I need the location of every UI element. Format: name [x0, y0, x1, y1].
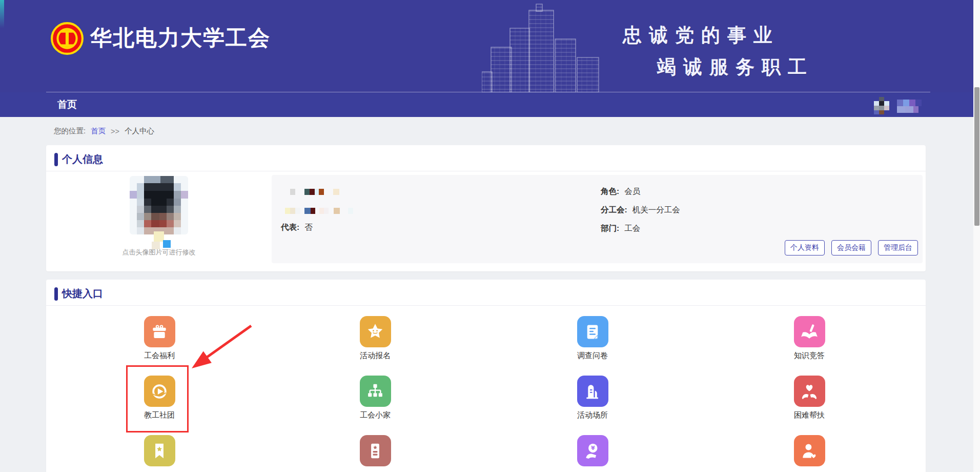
- branch-field: 分工会:机关一分工会: [601, 205, 680, 215]
- svg-text:¥: ¥: [591, 445, 595, 451]
- blur-block: [154, 231, 164, 242]
- breadcrumb: 您的位置: 首页 >> 个人中心: [54, 117, 154, 145]
- quick-entry-label: 困难帮扶: [794, 410, 825, 420]
- header-banner: 华北电力大学工会 忠诚党的事业 竭诚服务职工: [0, 0, 980, 92]
- department-value: 工会: [624, 224, 640, 232]
- representative-value: 否: [304, 223, 313, 231]
- org-tree-icon: [360, 376, 391, 407]
- role-value: 会员: [624, 187, 640, 195]
- quick-entry-label: 工会福利: [144, 351, 175, 360]
- profile-buttons: 个人资料 会员会籍 管理后台: [785, 240, 918, 255]
- star-badge-icon: [360, 316, 391, 347]
- section-divider: [46, 305, 926, 306]
- user-name-blurred[interactable]: [897, 100, 922, 113]
- role-field: 角色:会员: [601, 186, 640, 197]
- quick-entry-label: 知识竞答: [794, 351, 825, 360]
- quick-entry-label: 活动报名: [360, 351, 391, 360]
- quick-entry-item-union-home[interactable]: 工会小家: [324, 376, 426, 420]
- department-field: 部门:工会: [601, 223, 640, 234]
- gift-icon: [144, 316, 175, 347]
- role-label: 角色:: [601, 187, 619, 195]
- quick-entry-item-member-care[interactable]: [758, 435, 861, 472]
- quick-entry-label: 教工社团: [144, 410, 175, 420]
- slogan-line-2: 竭诚服务职工: [657, 54, 814, 80]
- representative-label: 代表:: [281, 223, 299, 231]
- quick-entry-section-header: 快捷入口: [54, 287, 103, 301]
- section-bar: [54, 287, 58, 301]
- hand-yuan-icon: ¥: [577, 435, 608, 466]
- profile-section-header: 个人信息: [54, 152, 103, 166]
- bookmark-star-icon: [144, 435, 175, 466]
- quick-entry-item-survey[interactable]: 调查问卷: [541, 316, 644, 360]
- breadcrumb-prefix: 您的位置:: [54, 126, 86, 136]
- scrollbar[interactable]: [973, 0, 980, 472]
- globe-play-icon: [144, 376, 175, 407]
- quick-entry-section-title: 快捷入口: [62, 287, 103, 301]
- quick-entry-item-activity-signup[interactable]: 活动报名: [324, 316, 426, 360]
- survey-doc-icon: [577, 316, 608, 347]
- blur-block: [163, 240, 171, 248]
- nav-item-home[interactable]: 首页: [57, 92, 77, 117]
- section-bar: [54, 153, 58, 166]
- profile-avatar[interactable]: [130, 176, 188, 234]
- main-navbar: 首页: [0, 92, 980, 117]
- book-pen-icon: [794, 316, 825, 347]
- breadcrumb-home-link[interactable]: 首页: [91, 126, 106, 136]
- quick-entry-label: 活动场所: [577, 410, 608, 420]
- quick-entry-item-subsidy[interactable]: ¥: [541, 435, 644, 472]
- department-label: 部门:: [601, 224, 619, 232]
- quick-entry-item-certificate[interactable]: [324, 435, 426, 472]
- breadcrumb-current: 个人中心: [125, 126, 154, 136]
- quick-entry-item-welfare[interactable]: 工会福利: [108, 316, 211, 360]
- representative-field: 代表:否: [281, 222, 313, 233]
- branch-label: 分工会:: [601, 205, 627, 214]
- union-logo: [50, 22, 84, 55]
- corner-accent: [0, 0, 4, 28]
- admin-console-button[interactable]: 管理后台: [878, 240, 918, 255]
- profile-section-title: 个人信息: [62, 152, 103, 166]
- quick-entry-label: 调查问卷: [577, 351, 608, 360]
- profile-card: 个人信息 点击头像图片可进行修改 代表:否 角色:会员 分工会:机关一分工会: [46, 145, 926, 271]
- quick-entry-item-staff-clubs[interactable]: 教工社团: [108, 376, 211, 420]
- quick-entry-card: 快捷入口 工会福利 活动报名: [46, 280, 926, 472]
- nav-divider: [46, 92, 930, 92]
- user-avatar-small[interactable]: [874, 97, 889, 114]
- scrollbar-thumb[interactable]: [974, 87, 979, 226]
- certificate-book-icon: [360, 435, 391, 466]
- blurred-info-row: [285, 208, 353, 214]
- blurred-info-row: [290, 189, 339, 195]
- section-divider: [46, 171, 926, 171]
- hands-heart-icon: [794, 376, 825, 407]
- breadcrumb-separator: >>: [111, 127, 119, 135]
- person-heart-icon: [794, 435, 825, 466]
- quick-entry-item-quiz[interactable]: 知识竞答: [758, 316, 861, 360]
- branch-value: 机关一分工会: [632, 205, 680, 214]
- building-icon: [577, 376, 608, 407]
- avatar-hint-text: 点击头像图片可进行修改: [108, 248, 210, 257]
- personal-data-button[interactable]: 个人资料: [785, 240, 825, 255]
- quick-entry-item-venues[interactable]: 活动场所: [541, 376, 644, 420]
- slogan-line-1: 忠诚党的事业: [623, 23, 780, 48]
- quick-entry-item-bookmark[interactable]: [108, 435, 211, 472]
- membership-button[interactable]: 会员会籍: [831, 240, 871, 255]
- quick-entry-item-hardship-aid[interactable]: 困难帮扶: [758, 376, 861, 420]
- site-title: 华北电力大学工会: [90, 24, 271, 52]
- quick-entry-label: 工会小家: [360, 410, 391, 420]
